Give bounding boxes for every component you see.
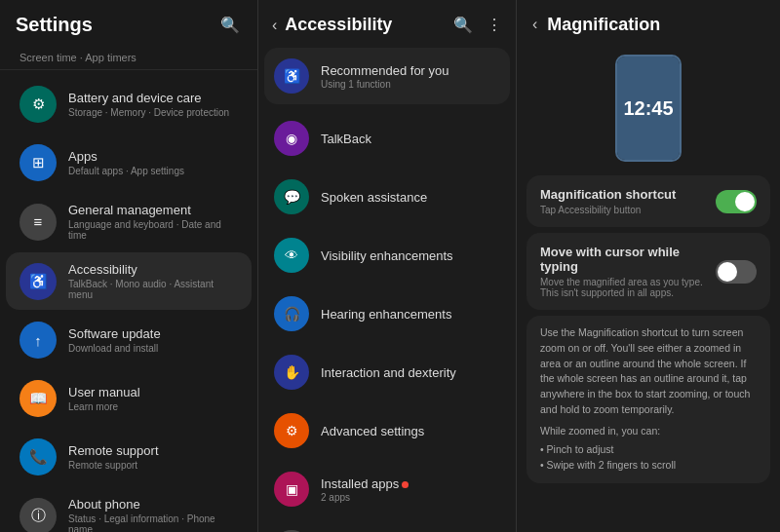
left-panel: Settings 🔍 Screen time · App timers ⚙ Ba… (0, 0, 258, 532)
icon-about: ⓘ (20, 498, 57, 533)
icon-manual: 📖 (20, 380, 57, 417)
left-header: Settings 🔍 (0, 0, 257, 46)
item-title-general: General management (68, 203, 238, 217)
shortcut-row: Magnification shortcut Tap Accessibility… (540, 187, 757, 215)
more-button[interactable]: ⋮ (485, 14, 504, 36)
acc-item-recommended[interactable]: ♿ Recommended for you Using 1 function (264, 48, 510, 104)
item-text-manual: User manual Learn more (68, 385, 238, 412)
mid-text-installed: Installed apps 2 apps (321, 476, 500, 503)
item-title-accessibility: Accessibility (68, 262, 238, 277)
mid-text-visibility: Visibility enhancements (321, 248, 500, 263)
acc-item-spoken[interactable]: 💬 Spoken assistance (264, 169, 510, 225)
magnification-title: Magnification (547, 15, 660, 35)
shortcut-sub: Tap Accessibility button (540, 205, 676, 215)
middle-header: ‹ Accessibility 🔍 ⋮ (258, 0, 516, 46)
back-button[interactable]: ‹ (270, 15, 279, 36)
mid-icon-interaction: ✋ (274, 355, 309, 390)
shortcut-text: Magnification shortcut Tap Accessibility… (540, 187, 676, 215)
mid-icon-spoken: 💬 (274, 179, 309, 214)
left-menu-list: ⚙ Battery and device care Storage · Memo… (0, 74, 257, 532)
cursor-title: Move with cursor while typing (540, 245, 716, 274)
toggle-knob (735, 192, 755, 211)
item-text-remote: Remote support Remote support (68, 443, 238, 471)
info-list-title: While zoomed in, you can: (540, 425, 660, 437)
middle-header-left: ‹ Accessibility (270, 15, 392, 36)
item-title-remote: Remote support (68, 443, 238, 458)
mid-title-talkback: TalkBack (321, 132, 500, 146)
item-title-about: About phone (68, 497, 238, 512)
icon-general: ≡ (20, 204, 57, 241)
mid-title-visibility: Visibility enhancements (321, 248, 500, 263)
icon-battery: ⚙ (20, 86, 57, 123)
item-title-apps: Apps (68, 149, 238, 164)
middle-items-list: ♿ Recommended for you Using 1 function ◉… (258, 46, 516, 532)
acc-item-about-acc[interactable]: ⓘ About Accessibility (264, 519, 510, 532)
mid-text-interaction: Interaction and dexterity (321, 365, 500, 380)
sidebar-item-general[interactable]: ≡ General management Language and keyboa… (6, 193, 252, 250)
info-text-block: Use the Magnification shortcut to turn s… (526, 316, 770, 483)
sidebar-item-manual[interactable]: 📖 User manual Learn more (6, 370, 252, 427)
mid-icon-advanced: ⚙ (274, 413, 309, 448)
mid-text-recommended: Recommended for you Using 1 function (321, 63, 500, 90)
sidebar-item-about[interactable]: ⓘ About phone Status · Legal information… (6, 487, 252, 532)
mid-title-spoken: Spoken assistance (321, 190, 500, 205)
phone-mockup: 12:45 (615, 55, 682, 162)
info-list-item: Swipe with 2 fingers to scroll (540, 458, 757, 474)
icon-remote: 📞 (20, 438, 57, 475)
acc-item-visibility[interactable]: 👁 Visibility enhancements (264, 227, 510, 284)
acc-item-advanced[interactable]: ⚙ Advanced settings (264, 402, 510, 459)
sidebar-item-software[interactable]: ↑ Software update Download and install (6, 312, 252, 368)
item-title-battery: Battery and device care (68, 91, 238, 105)
magnification-shortcut-section: Magnification shortcut Tap Accessibility… (526, 175, 770, 227)
right-content: 12:45 Magnification shortcut Tap Accessi… (517, 45, 780, 532)
shortcut-toggle[interactable] (716, 190, 757, 213)
sidebar-item-remote[interactable]: 📞 Remote support Remote support (6, 429, 252, 485)
cursor-toggle[interactable] (716, 260, 757, 284)
item-text-about: About phone Status · Legal information ·… (68, 497, 238, 532)
mid-text-hearing: Hearing enhancements (321, 307, 500, 322)
item-sub-remote: Remote support (68, 460, 238, 471)
cursor-text: Move with cursor while typing Move the m… (540, 245, 716, 298)
phone-time: 12:45 (623, 97, 673, 120)
acc-item-interaction[interactable]: ✋ Interaction and dexterity (264, 344, 510, 400)
info-paragraph: Use the Magnification shortcut to turn s… (540, 326, 750, 415)
right-header: ‹ Magnification (517, 0, 780, 45)
acc-item-talkback[interactable]: ◉ TalkBack (264, 110, 510, 167)
mid-sub-recommended: Using 1 function (321, 79, 500, 90)
cursor-row: Move with cursor while typing Move the m… (540, 245, 757, 298)
middle-panel: ‹ Accessibility 🔍 ⋮ ♿ Recommended for yo… (258, 0, 517, 532)
settings-title: Settings (16, 14, 93, 36)
phone-screen: 12:45 (617, 57, 680, 160)
item-sub-battery: Storage · Memory · Device protection (68, 107, 238, 118)
mid-text-spoken: Spoken assistance (321, 190, 500, 205)
accessibility-title: Accessibility (285, 15, 392, 35)
item-title-manual: User manual (68, 385, 238, 399)
item-sub-about: Status · Legal information · Phone name (68, 513, 238, 532)
acc-item-installed[interactable]: ▣ Installed apps 2 apps (264, 461, 510, 517)
mid-sub-installed: 2 apps (321, 492, 500, 503)
right-panel: ‹ Magnification 12:45 Magnification shor… (517, 0, 780, 532)
mid-icon-hearing: 🎧 (274, 296, 309, 331)
mid-icon-visibility: 👁 (274, 238, 309, 273)
mid-title-advanced: Advanced settings (321, 424, 500, 438)
mid-icon-installed: ▣ (274, 472, 309, 507)
settings-search-button[interactable]: 🔍 (218, 14, 242, 36)
icon-accessibility: ♿ (20, 263, 57, 300)
mid-title-hearing: Hearing enhancements (321, 307, 500, 322)
item-text-software: Software update Download and install (68, 326, 238, 354)
icon-apps: ⊞ (20, 144, 57, 181)
dot-red (402, 481, 409, 488)
sidebar-item-accessibility[interactable]: ♿ Accessibility TalkBack · Mono audio · … (6, 252, 252, 310)
item-text-general: General management Language and keyboard… (68, 203, 238, 241)
cursor-section: Move with cursor while typing Move the m… (526, 233, 770, 310)
mid-text-advanced: Advanced settings (321, 424, 500, 438)
phone-preview: 12:45 (526, 45, 770, 175)
item-text-accessibility: Accessibility TalkBack · Mono audio · As… (68, 262, 238, 300)
acc-item-hearing[interactable]: 🎧 Hearing enhancements (264, 285, 510, 342)
sidebar-item-battery[interactable]: ⚙ Battery and device care Storage · Memo… (6, 76, 252, 133)
right-back-button[interactable]: ‹ (530, 14, 539, 35)
item-sub-apps: Default apps · App settings (68, 166, 238, 176)
mid-title-installed: Installed apps (321, 476, 500, 491)
sidebar-item-apps[interactable]: ⊞ Apps Default apps · App settings (6, 134, 252, 191)
search-button[interactable]: 🔍 (451, 14, 475, 36)
